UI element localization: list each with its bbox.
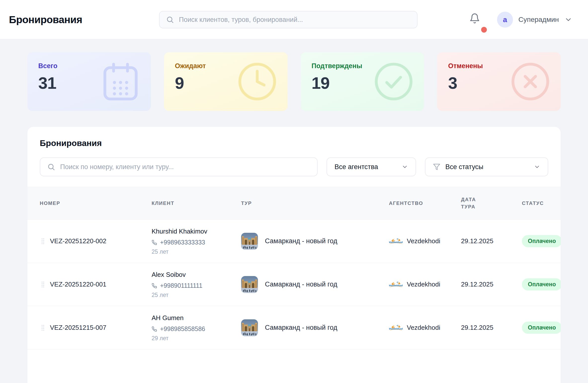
search-icon	[47, 163, 55, 171]
phone-icon	[152, 326, 157, 332]
status-badge: Оплачено	[522, 322, 561, 334]
chevron-down-icon	[402, 164, 408, 170]
calendar-icon	[100, 61, 141, 102]
client-name: Khurshid Khakimov	[152, 227, 210, 236]
bell-icon	[469, 13, 480, 24]
tour-thumbnail	[241, 233, 258, 250]
client-phone: +998985858586	[160, 325, 205, 333]
client-name: AH Gumen	[152, 314, 210, 322]
client-phone: +998963333333	[160, 239, 205, 246]
column-header-status: Статус	[522, 200, 561, 207]
filter-icon	[433, 163, 440, 171]
table-row[interactable]: VEZ-20251220-002 Khurshid Khakimov +9989…	[27, 220, 561, 263]
agency-filter-select[interactable]: Все агентства	[327, 157, 416, 176]
drag-handle-icon[interactable]	[41, 325, 44, 331]
agency-logo	[389, 324, 403, 332]
phone-icon	[152, 240, 157, 245]
search-icon	[166, 16, 174, 24]
tour-name: Самарканд - новый год	[265, 281, 337, 288]
agency-filter-value: Все агентства	[335, 163, 378, 171]
column-header-date: Дата тура	[461, 196, 485, 210]
tour-thumbnail	[241, 319, 258, 336]
column-header-tour: Тур	[241, 200, 389, 207]
tour-thumbnail	[241, 276, 258, 293]
tour-date: 29.12.2025	[461, 324, 522, 332]
agency-name: Vezdekhodi	[407, 324, 440, 332]
phone-icon	[152, 283, 157, 288]
agency-logo	[389, 281, 403, 288]
status-filter-value: Все статусы	[445, 163, 483, 171]
avatar: a	[497, 12, 513, 28]
x-circle-icon	[509, 61, 551, 102]
chevron-down-icon	[564, 16, 572, 24]
bookings-panel: Бронирования Все агентства Все статусы Н…	[27, 127, 561, 383]
tour-date: 29.12.2025	[461, 281, 522, 288]
column-header-number: Номер	[27, 200, 152, 207]
tour-name: Самарканд - новый год	[265, 237, 337, 245]
client-age: 29 лет	[152, 335, 241, 342]
stat-card-cancelled: Отменены 3	[437, 52, 561, 111]
panel-controls: Все агентства Все статусы	[40, 157, 548, 176]
notification-dot	[481, 27, 487, 33]
tour-name: Самарканд - новый год	[265, 324, 337, 332]
client-phone: +998901111111	[160, 282, 202, 289]
table-row[interactable]: VEZ-20251220-001 Alex Soibov +9989011111…	[27, 263, 561, 306]
booking-number: VEZ-20251220-001	[50, 281, 106, 288]
bookings-search[interactable]	[40, 157, 318, 176]
client-age: 25 лет	[152, 248, 241, 255]
user-menu[interactable]: a Суперадмин	[497, 11, 572, 28]
client-name: Alex Soibov	[152, 270, 210, 279]
table-row[interactable]: VEZ-20251215-007 AH Gumen +998985858586 …	[27, 306, 561, 349]
stat-card-total: Всего 31	[27, 52, 151, 111]
status-badge: Оплачено	[522, 235, 561, 247]
global-search-input[interactable]	[179, 16, 411, 24]
agency-logo	[389, 238, 403, 245]
page-title: Бронирования	[9, 14, 82, 25]
bookings-search-input[interactable]	[60, 163, 310, 171]
check-circle-icon	[373, 61, 415, 102]
panel-title: Бронирования	[40, 138, 548, 148]
clock-icon	[236, 61, 278, 102]
chevron-down-icon	[534, 164, 540, 170]
drag-handle-icon[interactable]	[41, 238, 44, 244]
global-search[interactable]	[159, 11, 418, 28]
top-header: Бронирования a Суперадмин	[0, 0, 588, 39]
column-header-agency: Агентство	[389, 200, 461, 207]
user-name: Суперадмин	[518, 16, 559, 24]
stat-card-pending: Ожидают 9	[164, 52, 288, 111]
notifications-button[interactable]	[469, 13, 484, 28]
stat-card-confirmed: Подтверждены 19	[301, 52, 424, 111]
status-badge: Оплачено	[522, 278, 561, 290]
tour-date: 29.12.2025	[461, 237, 522, 245]
bookings-table: Номер Клиент Тур Агентство Дата тура Ста…	[27, 187, 561, 349]
agency-name: Vezdekhodi	[407, 281, 440, 288]
booking-number: VEZ-20251215-007	[50, 324, 106, 332]
table-header-row: Номер Клиент Тур Агентство Дата тура Ста…	[27, 187, 561, 220]
drag-handle-icon[interactable]	[41, 282, 44, 287]
stats-row: Всего 31 Ожидают 9 Подтверждены 19 Отмен…	[27, 52, 561, 111]
agency-name: Vezdekhodi	[407, 237, 440, 245]
status-filter-select[interactable]: Все статусы	[425, 157, 548, 176]
client-age: 25 лет	[152, 292, 241, 298]
booking-number: VEZ-20251220-002	[50, 237, 106, 245]
column-header-client: Клиент	[152, 200, 241, 207]
